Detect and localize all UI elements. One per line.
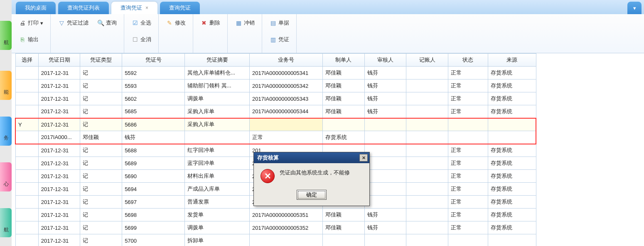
table-cell (406, 67, 448, 80)
close-icon[interactable]: × (145, 5, 148, 11)
column-header[interactable]: 凭证号 (122, 54, 185, 67)
voucher-table: 选择凭证日期凭证类型凭证号凭证摘要业务号制单人审核人记账人状态来源 2017-1… (15, 53, 536, 246)
export-button[interactable]: ⎘ 输出 (16, 34, 42, 45)
voucher-button[interactable]: ▥ 凭证 (266, 34, 292, 45)
table-cell: 2017-12-31 (38, 67, 80, 80)
table-cell (15, 209, 38, 221)
column-header[interactable]: 审核人 (364, 54, 406, 67)
table-cell: 2017IA0000000005352 (250, 221, 323, 234)
table-cell: 钱芬 (364, 221, 406, 234)
table-row[interactable]: 2017-12-31记5593辅助部门领料 其...2017IA00000000… (15, 80, 536, 92)
table-header-row: 选择凭证日期凭证类型凭证号凭证摘要业务号制单人审核人记账人状态来源 (15, 54, 536, 67)
tab-query-voucher-active[interactable]: 查询凭证 × (111, 2, 157, 14)
deselect-all-button[interactable]: ☐ 全消 (128, 34, 154, 45)
table-cell (406, 80, 448, 92)
table-cell (323, 118, 365, 131)
btn-label: 全选 (140, 19, 151, 27)
column-header[interactable]: 凭证摘要 (185, 54, 250, 67)
sidebar-stub[interactable]: 心 (0, 162, 12, 191)
column-header[interactable]: 凭证日期 (38, 54, 80, 67)
table-cell (15, 80, 38, 92)
sidebar-stub[interactable]: 能 (0, 71, 12, 100)
table-cell (406, 234, 448, 246)
table-cell: 邓佳颖 (323, 105, 365, 118)
error-icon: ✕ (261, 169, 275, 183)
table-cell (406, 92, 448, 105)
table-cell: 邓佳颖 (323, 209, 365, 221)
query-button[interactable]: 🔍 查询 (94, 17, 120, 28)
table-cell: 2017-12-31 (38, 234, 80, 246)
table-row[interactable]: Y2017-12-31记5686采购入库单 (15, 118, 536, 131)
tab-label: 我的桌面 (25, 4, 47, 12)
offset-button[interactable]: ▦ 冲销 (232, 17, 258, 28)
table-cell (364, 144, 406, 157)
sidebar-stub[interactable]: 航 (0, 208, 12, 237)
table-cell: 2017-12-31 (38, 80, 80, 92)
delete-button[interactable]: ✖ 删除 (197, 17, 223, 28)
table-cell: 存货系统 (488, 67, 536, 80)
table-cell: 邓佳颖 (323, 67, 365, 80)
doc-button[interactable]: ▤ 单据 (266, 17, 292, 28)
column-header[interactable]: 凭证类型 (80, 54, 122, 67)
table-cell (364, 183, 406, 196)
table-row[interactable]: 2017-12-31记5685采购入库单2017IA0000000005344邓… (15, 105, 536, 118)
column-header[interactable]: 记账人 (406, 54, 448, 67)
table-cell: 2017IA000... (38, 131, 80, 144)
tab-query-voucher[interactable]: 查询凭证 (160, 2, 200, 14)
filter-button[interactable]: ▽ 凭证过滤 (55, 17, 91, 28)
table-row[interactable]: 2017-12-31记5700拆卸单 (15, 234, 536, 246)
table-row[interactable]: 2017-12-31记5699调拨单2017IA0000000005352邓佳颖… (15, 221, 536, 234)
dialog-titlebar[interactable]: 存货核算 ✕ (254, 152, 369, 163)
tab-voucher-list[interactable]: 查询凭证列表 (58, 2, 109, 14)
table-cell: 正常 (448, 183, 488, 196)
sidebar-stub[interactable]: 务 (0, 117, 12, 146)
table-cell: Y (15, 118, 38, 131)
table-cell (15, 131, 38, 144)
print-button[interactable]: 🖨 打印 ▾ (16, 17, 46, 28)
table-cell: 记 (80, 80, 122, 92)
table-cell: 2017-12-31 (38, 221, 80, 234)
btn-label: 凭证过滤 (67, 19, 88, 27)
column-header[interactable]: 状态 (448, 54, 488, 67)
table-cell (406, 144, 448, 157)
table-cell: 红字回冲单 (185, 144, 250, 157)
table-cell: 普通发票 (185, 196, 250, 209)
chevron-down-icon: ▾ (40, 20, 43, 26)
table-cell: 2017IA0000000005343 (250, 92, 323, 105)
table-cell (488, 131, 536, 144)
table-cell: 2017-12-31 (38, 144, 80, 157)
table-cell: 记 (80, 118, 122, 131)
table-cell (15, 196, 38, 209)
btn-label: 打印 (28, 19, 39, 27)
table-row[interactable]: 2017-12-31记5592其他入库单辅料仓...2017IA00000000… (15, 67, 536, 80)
dialog-close-button[interactable]: ✕ (359, 154, 368, 162)
table-cell: 记 (80, 183, 122, 196)
edit-button[interactable]: ✎ 修改 (163, 17, 189, 28)
select-all-button[interactable]: ☑ 全选 (128, 17, 154, 28)
table-cell: 存货系统 (488, 196, 536, 209)
sidebar-stub[interactable]: 航 (0, 21, 12, 50)
table-cell: 存货系统 (488, 105, 536, 118)
column-header[interactable]: 来源 (488, 54, 536, 67)
column-header[interactable]: 制单人 (323, 54, 365, 67)
table-cell: 存货系统 (488, 144, 536, 157)
dialog-ok-button[interactable]: 确定 (297, 190, 327, 200)
table-cell (15, 92, 38, 105)
table-cell: 2017IA0000000005341 (250, 67, 323, 80)
column-header[interactable]: 选择 (15, 54, 38, 67)
btn-label: 全消 (140, 36, 151, 43)
table-row[interactable]: 2017-12-31记5698发货单2017IA0000000005351邓佳颖… (15, 209, 536, 221)
table-cell: 记 (80, 209, 122, 221)
column-header[interactable]: 业务号 (250, 54, 323, 67)
search-icon: 🔍 (97, 19, 104, 27)
tab-my-desktop[interactable]: 我的桌面 (16, 2, 56, 14)
tabs-overflow-button[interactable]: ▾ (627, 2, 642, 14)
table-cell: 产成品入库单 (185, 183, 250, 196)
table-cell: 正常 (448, 80, 488, 92)
table-cell: 记 (80, 196, 122, 209)
tabs-bar: 我的桌面 查询凭证列表 查询凭证 × 查询凭证 ▾ (12, 0, 644, 14)
table-row[interactable]: 2017IA000...邓佳颖钱芬正常存货系统 (15, 131, 536, 144)
table-cell (406, 131, 448, 144)
error-dialog: 存货核算 ✕ ✕ 凭证由其他系统生成，不能修 确定 (253, 152, 370, 206)
table-row[interactable]: 2017-12-31记5602调拨单2017IA0000000005343邓佳颖… (15, 92, 536, 105)
